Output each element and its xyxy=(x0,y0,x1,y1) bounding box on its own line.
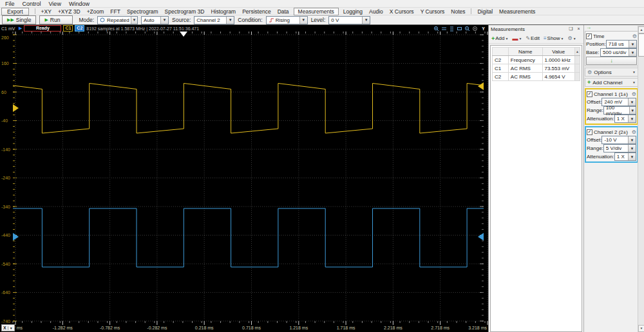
time-checkbox[interactable] xyxy=(586,33,592,39)
channel2-checkbox[interactable] xyxy=(587,129,592,135)
tab-persistence[interactable]: Persistence xyxy=(239,8,274,15)
tab-histogram[interactable]: Histogram xyxy=(207,8,239,15)
chevron-down-icon: ▼ xyxy=(131,17,137,24)
channel1-badge[interactable]: C1 xyxy=(63,25,73,32)
channel2-badge[interactable]: C2 xyxy=(75,25,84,32)
tab-x-cursors[interactable]: X Cursors xyxy=(386,8,417,15)
channel1-zero-marker[interactable] xyxy=(13,104,19,112)
base-value: 500 us/div xyxy=(603,50,626,55)
tab-measurements[interactable]: Measurements xyxy=(294,8,339,15)
trigger-position-marker[interactable] xyxy=(180,32,187,37)
green-arrow-icon[interactable]: → xyxy=(585,25,638,30)
measurements-table[interactable]: Name Value ▲ C2Frequency1.0000 kHzC1AC R… xyxy=(492,47,580,81)
add-channel-button[interactable]: + Add Channel ▼ xyxy=(585,78,638,87)
level-select[interactable]: 0 V ▼ xyxy=(328,16,370,24)
position-select[interactable]: 718 us ▼ xyxy=(606,40,637,48)
remove-measurement-button[interactable]: ▬ ▼ xyxy=(511,35,523,42)
measurement-settings-button[interactable]: ⚙ ▼ xyxy=(567,35,578,41)
gear-icon[interactable]: ⚙ xyxy=(632,129,636,135)
trigger-level-marker[interactable] xyxy=(478,233,484,241)
position-value: 718 us xyxy=(609,41,624,47)
base-select[interactable]: 500 us/div ▼ xyxy=(600,48,637,57)
gear-icon: ⚙ xyxy=(587,69,592,75)
zoom-in-icon[interactable] xyxy=(433,26,439,32)
tab-measurements[interactable]: Measurements xyxy=(496,8,538,15)
table-row[interactable]: C2Frequency1.0000 kHz xyxy=(493,56,580,64)
source-select[interactable]: Channel 2 ▼ xyxy=(194,16,234,24)
tab--xyz-3d[interactable]: +XYZ 3D xyxy=(55,8,84,15)
show-menu-button[interactable]: ≡ Show ▼ xyxy=(542,35,565,41)
waveform-canvas[interactable]: 26016060-40-140-240-340-440-540-640-740-… xyxy=(0,32,488,332)
channel2-attenuation-select[interactable]: 1 X ▼ xyxy=(614,152,636,161)
y-axis-label: -240 xyxy=(1,176,10,180)
gear-icon[interactable]: ⚙ xyxy=(632,33,637,39)
add-measurement-button[interactable]: + Add ▼ xyxy=(490,35,509,42)
tab-y-cursors[interactable]: Y Cursors xyxy=(417,8,448,15)
table-row[interactable]: C2AC RMS4.9654 V xyxy=(493,73,580,81)
tab-spectrogram[interactable]: Spectrogram xyxy=(124,8,162,15)
expand-time-button[interactable]: ↓ xyxy=(586,57,637,65)
tab-spectrogram-3d[interactable]: Spectrogram 3D xyxy=(162,8,208,15)
condition-select[interactable]: Rising ▼ xyxy=(266,16,308,24)
tab-digital[interactable]: Digital xyxy=(474,8,496,15)
chevron-down-icon: ▼ xyxy=(561,37,564,41)
single-icon: ▶▶ xyxy=(7,17,14,23)
x-axis-label: 1.218 ms xyxy=(289,326,308,330)
float-panel-icon[interactable]: ❏ xyxy=(568,26,574,32)
y-axis-selector[interactable]: Y xyxy=(480,26,487,31)
menu-view[interactable]: View xyxy=(45,1,65,7)
tab--zoom[interactable]: +Zoom xyxy=(84,8,108,15)
tab-data[interactable]: Data xyxy=(274,8,292,15)
column-header-value[interactable]: Value xyxy=(542,48,575,56)
gear-icon[interactable]: ⚙ xyxy=(632,91,636,97)
trigger-mode-value: Auto xyxy=(144,17,154,23)
edit-measurement-button[interactable]: ✎ Edit xyxy=(524,35,541,41)
scroll-down-icon[interactable]: ▼ xyxy=(638,325,644,332)
tab-fft[interactable]: FFT xyxy=(107,8,124,15)
zoom-out-icon[interactable] xyxy=(464,26,470,32)
column-header-channel[interactable] xyxy=(493,48,509,56)
channel2-trace xyxy=(13,208,484,267)
cell-value: 73.553 mV xyxy=(542,64,575,73)
menu-control[interactable]: Control xyxy=(19,1,45,7)
panel-scrollbar[interactable]: ▲ ▼ xyxy=(638,26,644,332)
close-icon[interactable]: × xyxy=(576,26,582,32)
scroll-up-icon[interactable]: ▲ xyxy=(638,26,644,33)
add-label: Add xyxy=(495,35,504,41)
tab-notes[interactable]: Notes xyxy=(448,8,468,15)
chevron-down-icon: ▼ xyxy=(518,37,522,41)
scrollbar-thumb[interactable] xyxy=(638,33,644,57)
tab-audio[interactable]: Audio xyxy=(366,8,386,15)
fit-screen-icon[interactable] xyxy=(457,26,462,32)
scroll-up-icon[interactable]: ▲ xyxy=(575,48,580,56)
channel1-attenuation-select[interactable]: 1 X ▼ xyxy=(614,115,636,123)
mode-select[interactable]: Repeated ▼ xyxy=(97,16,138,24)
y-axis-unit-label[interactable]: C1 mV xyxy=(1,26,17,31)
fit-height-icon[interactable] xyxy=(449,26,455,32)
fit-width-icon[interactable] xyxy=(441,26,447,32)
tab--xy[interactable]: +XY xyxy=(38,8,55,15)
channel2-offset-select[interactable]: -10 V ▼ xyxy=(601,136,636,144)
run-label: Run xyxy=(50,17,61,23)
trigger-mode-select[interactable]: Auto ▼ xyxy=(141,16,169,24)
tab-export[interactable]: Export xyxy=(1,8,29,15)
tab-logging[interactable]: Logging xyxy=(340,8,366,15)
menu-file[interactable]: File xyxy=(1,1,19,7)
chevron-down-icon: ▼ xyxy=(226,17,234,24)
channel1-level-marker[interactable] xyxy=(478,82,484,90)
channel2-range-select[interactable]: 5 V/div ▼ xyxy=(603,144,636,152)
channel1-range-select[interactable]: 100 mV/div ▼ xyxy=(603,106,636,115)
options-section[interactable]: ⚙ Options ▼ xyxy=(585,68,638,77)
single-button[interactable]: ▶▶ Single xyxy=(2,15,36,24)
menu-window[interactable]: Window xyxy=(65,1,93,7)
source-value: Channel 2 xyxy=(196,17,220,23)
table-row[interactable]: C1AC RMS73.553 mV xyxy=(493,64,580,73)
settings-icon[interactable] xyxy=(472,26,478,32)
run-button[interactable]: ▶ Run xyxy=(39,15,73,24)
column-header-name[interactable]: Name xyxy=(508,48,542,56)
show-label: Show xyxy=(547,35,560,41)
channel1-checkbox[interactable] xyxy=(587,91,592,97)
chevron-down-icon: ▼ xyxy=(628,145,636,152)
x-axis-label: 2.718 ms xyxy=(431,326,450,330)
x-axis-selector[interactable]: X ▼ xyxy=(1,324,15,331)
